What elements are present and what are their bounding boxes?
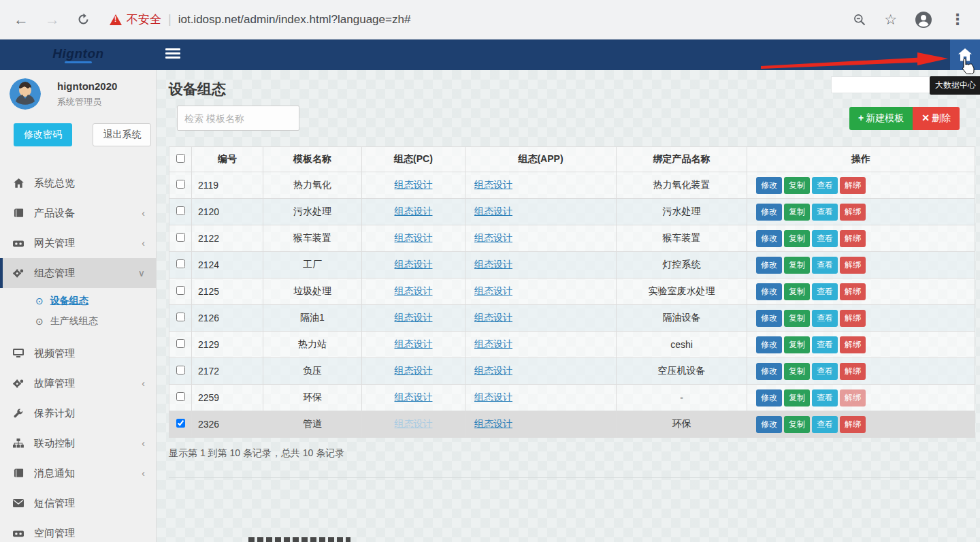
row-action-view-button[interactable]: 查看 <box>812 230 838 247</box>
pc-config-link[interactable]: 组态设计 <box>395 206 433 217</box>
row-action-copy-button[interactable]: 复制 <box>784 283 810 300</box>
row-checkbox[interactable] <box>176 180 185 189</box>
pc-config-link[interactable]: 组态设计 <box>395 418 433 429</box>
pc-config-link[interactable]: 组态设计 <box>395 285 433 296</box>
app-config-link[interactable]: 组态设计 <box>474 259 512 270</box>
pc-config-link[interactable]: 组态设计 <box>395 312 433 323</box>
row-action-copy-button[interactable]: 复制 <box>784 230 810 247</box>
row-action-view-button[interactable]: 查看 <box>812 283 838 300</box>
row-action-edit-button[interactable]: 修改 <box>756 204 782 221</box>
sidebar-subitem-3-0[interactable]: ⊙设备组态 <box>0 291 156 311</box>
row-action-edit-button[interactable]: 修改 <box>756 389 782 406</box>
row-action-view-button[interactable]: 查看 <box>812 363 838 380</box>
pc-config-link[interactable]: 组态设计 <box>395 179 433 190</box>
app-config-link[interactable]: 组态设计 <box>474 285 512 296</box>
sidebar-toggle-hamburger-icon[interactable] <box>165 48 180 61</box>
sidebar-item-4[interactable]: 视频管理 <box>0 338 156 368</box>
app-config-link[interactable]: 组态设计 <box>474 392 512 402</box>
sidebar-item-0[interactable]: 系统总览 <box>0 168 156 198</box>
big-data-center-home-button[interactable] <box>950 39 980 70</box>
row-checkbox[interactable] <box>176 339 185 348</box>
row-action-edit-button[interactable]: 修改 <box>756 283 782 300</box>
row-action-view-button[interactable]: 查看 <box>812 336 838 353</box>
pc-config-link[interactable]: 组态设计 <box>395 392 433 402</box>
sidebar-item-2[interactable]: 网关管理‹ <box>0 228 156 258</box>
template-search-input[interactable] <box>177 106 299 131</box>
forward-icon[interactable]: → <box>45 12 60 27</box>
row-action-edit-button[interactable]: 修改 <box>756 230 782 247</box>
sidebar-item-5[interactable]: 故障管理‹ <box>0 368 156 398</box>
row-action-copy-button[interactable]: 复制 <box>784 257 810 274</box>
app-config-link[interactable]: 组态设计 <box>474 338 512 349</box>
row-action-edit-button[interactable]: 修改 <box>756 177 782 194</box>
app-config-link[interactable]: 组态设计 <box>474 232 512 243</box>
address-bar[interactable]: ! 不安全 | iot.idosp.net/admin/index.html?l… <box>110 12 853 27</box>
row-action-edit-button[interactable]: 修改 <box>756 416 782 433</box>
sidebar-item-1[interactable]: 产品设备‹ <box>0 198 156 228</box>
row-action-edit-button[interactable]: 修改 <box>756 257 782 274</box>
profile-icon[interactable] <box>915 11 932 29</box>
row-action-view-button[interactable]: 查看 <box>812 389 838 406</box>
row-action-copy-button[interactable]: 复制 <box>784 363 810 380</box>
row-action-edit-button[interactable]: 修改 <box>756 310 782 327</box>
app-config-link[interactable]: 组态设计 <box>474 418 512 429</box>
row-action-unbind-button[interactable]: 解绑 <box>840 283 866 300</box>
row-action-edit-button[interactable]: 修改 <box>756 363 782 380</box>
pc-config-link[interactable]: 组态设计 <box>395 338 433 349</box>
row-checkbox[interactable] <box>176 313 185 321</box>
sidebar-item-7[interactable]: 联动控制‹ <box>0 428 156 458</box>
url-text[interactable]: iot.idosp.net/admin/index.html?language=… <box>178 13 411 27</box>
sidebar-item-10[interactable]: 空间管理 <box>0 518 156 542</box>
change-password-button[interactable]: 修改密码 <box>14 123 72 146</box>
pc-config-link[interactable]: 组态设计 <box>395 259 433 270</box>
app-config-link[interactable]: 组态设计 <box>474 365 512 376</box>
sidebar-item-3[interactable]: 组态管理∨ <box>0 258 156 288</box>
row-checkbox[interactable] <box>176 392 185 401</box>
delete-button[interactable]: ✕删除 <box>913 107 960 130</box>
logout-button[interactable]: 退出系统 <box>93 123 151 146</box>
row-action-copy-button[interactable]: 复制 <box>784 177 810 194</box>
row-checkbox[interactable] <box>176 419 185 428</box>
reload-icon[interactable] <box>76 12 91 27</box>
pc-config-link[interactable]: 组态设计 <box>395 365 433 376</box>
sidebar-subitem-3-1[interactable]: ⊙生产线组态 <box>0 311 156 332</box>
row-action-unbind-button[interactable]: 解绑 <box>840 204 866 221</box>
select-all-checkbox[interactable] <box>176 154 185 163</box>
row-action-unbind-button[interactable]: 解绑 <box>840 416 866 433</box>
row-action-unbind-button[interactable]: 解绑 <box>840 310 866 327</box>
row-action-unbind-button[interactable]: 解绑 <box>840 230 866 247</box>
row-action-view-button[interactable]: 查看 <box>812 310 838 327</box>
star-icon[interactable]: ☆ <box>884 12 897 27</box>
row-checkbox[interactable] <box>176 206 185 215</box>
row-action-copy-button[interactable]: 复制 <box>784 204 810 221</box>
row-checkbox[interactable] <box>176 286 185 295</box>
new-template-button[interactable]: +新建模板 <box>849 107 913 130</box>
row-action-copy-button[interactable]: 复制 <box>784 310 810 327</box>
menu-dots-icon[interactable]: ⋮ <box>950 12 965 27</box>
app-config-link[interactable]: 组态设计 <box>474 179 512 190</box>
row-action-view-button[interactable]: 查看 <box>812 204 838 221</box>
row-action-unbind-button[interactable]: 解绑 <box>840 389 866 406</box>
row-action-view-button[interactable]: 查看 <box>812 416 838 433</box>
row-checkbox[interactable] <box>176 259 185 268</box>
zoom-out-icon[interactable] <box>853 13 866 27</box>
row-action-copy-button[interactable]: 复制 <box>784 389 810 406</box>
topbar-input-box[interactable] <box>831 76 931 93</box>
row-action-unbind-button[interactable]: 解绑 <box>840 363 866 380</box>
back-icon[interactable]: ← <box>14 12 29 27</box>
sidebar-item-9[interactable]: 短信管理 <box>0 488 156 518</box>
row-action-unbind-button[interactable]: 解绑 <box>840 257 866 274</box>
row-action-unbind-button[interactable]: 解绑 <box>840 177 866 194</box>
row-action-copy-button[interactable]: 复制 <box>784 416 810 433</box>
row-checkbox[interactable] <box>176 233 185 242</box>
row-action-copy-button[interactable]: 复制 <box>784 336 810 353</box>
row-action-view-button[interactable]: 查看 <box>812 177 838 194</box>
row-action-edit-button[interactable]: 修改 <box>756 336 782 353</box>
app-config-link[interactable]: 组态设计 <box>474 206 512 217</box>
app-config-link[interactable]: 组态设计 <box>474 312 512 323</box>
sidebar-item-8[interactable]: 消息通知‹ <box>0 458 156 488</box>
sidebar-item-6[interactable]: 保养计划 <box>0 398 156 428</box>
row-action-view-button[interactable]: 查看 <box>812 257 838 274</box>
pc-config-link[interactable]: 组态设计 <box>395 232 433 243</box>
row-action-unbind-button[interactable]: 解绑 <box>840 336 866 353</box>
